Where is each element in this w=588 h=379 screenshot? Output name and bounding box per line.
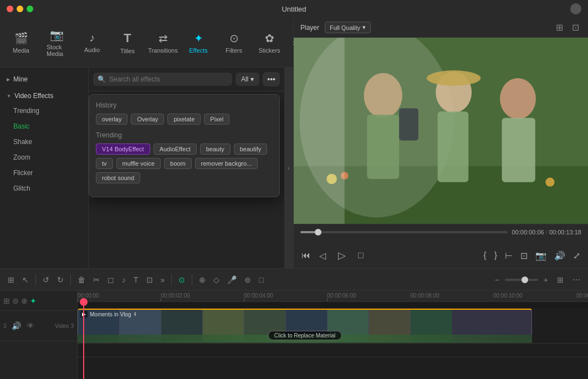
traffic-lights bbox=[7, 6, 33, 12]
zoom-out-icon[interactable]: − bbox=[492, 273, 503, 286]
maximize-button[interactable] bbox=[27, 6, 33, 12]
sidebar-item-basic[interactable]: Basic bbox=[0, 119, 88, 134]
titles-label: Titles bbox=[120, 48, 135, 54]
add-audio-track-icon[interactable]: ⊜ bbox=[12, 296, 19, 305]
close-button[interactable] bbox=[7, 6, 13, 12]
search-input-wrap[interactable]: 🔍 bbox=[93, 73, 232, 86]
search-input[interactable] bbox=[109, 75, 228, 83]
tl-redo-icon[interactable]: ↻ bbox=[54, 273, 67, 286]
tl-text-icon[interactable]: T bbox=[130, 273, 142, 286]
trending-tag-audioeffect[interactable]: AudioEffect bbox=[154, 144, 197, 155]
sidebar-item-glitch[interactable]: Glitch bbox=[0, 181, 88, 196]
layout-grid-icon[interactable]: ⊞ bbox=[554, 273, 567, 286]
toolbar-item-audio[interactable]: ♪ Audio bbox=[75, 27, 109, 58]
history-tag-pixel[interactable]: Pixel bbox=[204, 114, 229, 125]
trending-tag-beautify[interactable]: beautify bbox=[234, 144, 268, 155]
playhead-head bbox=[80, 298, 88, 306]
toolbar-item-transitions[interactable]: ⇄ Transitions bbox=[146, 27, 180, 58]
trending-tag-tv[interactable]: tv bbox=[96, 158, 113, 169]
titles-icon: T bbox=[124, 31, 131, 45]
trending-tag-remover-bg[interactable]: remover backgro... bbox=[195, 158, 258, 169]
toolbar-item-effects[interactable]: ✦ Effects bbox=[182, 27, 215, 58]
svg-point-8 bbox=[500, 78, 536, 119]
more-options-button[interactable]: ••• bbox=[263, 72, 280, 86]
clip-title: Moments in Vlog bbox=[90, 311, 131, 317]
tl-more-icon[interactable]: » bbox=[157, 273, 168, 286]
profile-icon[interactable] bbox=[570, 3, 581, 14]
player-header-right: ⊞ ⊡ bbox=[554, 21, 581, 34]
filters-icon: ⊙ bbox=[229, 32, 239, 45]
add-video-track-icon[interactable]: ⊞ bbox=[3, 296, 10, 305]
add-effect-track-icon[interactable]: ⊕ bbox=[21, 296, 28, 305]
toolbar-item-stickers[interactable]: ✿ Stickers bbox=[253, 27, 286, 58]
effects-list-area: 🔍 All ▾ ••• History overlay Overlay bbox=[89, 68, 284, 268]
player-controls: 00:00:00:06 / 00:00:13:18 ⏮ ◁ ▷ □ { } ⊢ … bbox=[294, 224, 588, 268]
progress-bar[interactable] bbox=[300, 231, 508, 233]
screen-icon[interactable]: ⊡ bbox=[519, 249, 529, 262]
toolbar-item-stock-media[interactable]: 📷 Stock Media bbox=[40, 24, 73, 62]
trending-tag-beauty[interactable]: beauty bbox=[200, 144, 231, 155]
sidebar-group-mine-header[interactable]: ▶ Mine bbox=[0, 72, 88, 86]
tl-shield-icon[interactable]: ◇ bbox=[210, 273, 223, 286]
mark-in-icon[interactable]: { bbox=[482, 249, 487, 262]
playhead[interactable] bbox=[83, 302, 84, 379]
trending-tag-v14bodyeffect[interactable]: V14 BodyEffect bbox=[96, 144, 150, 155]
progress-bar-wrap: 00:00:00:06 / 00:00:13:18 bbox=[300, 229, 581, 235]
quality-selector[interactable]: Full Quality ▾ bbox=[325, 22, 371, 33]
svg-point-6 bbox=[427, 70, 480, 86]
track-volume-icon[interactable]: 🔊 bbox=[10, 320, 23, 331]
zoom-slider[interactable] bbox=[505, 279, 538, 281]
tl-undo-icon[interactable]: ↺ bbox=[39, 273, 53, 286]
zoom-controls: − + ⊞ ⋯ bbox=[492, 273, 584, 286]
split-icon[interactable]: ⊢ bbox=[504, 249, 514, 262]
tl-cut-icon[interactable]: ✂ bbox=[90, 273, 103, 286]
add-main-track-icon[interactable]: ✦ bbox=[30, 296, 37, 305]
tl-magnet-icon[interactable]: ⊕ bbox=[196, 273, 209, 286]
history-tag-overlay1[interactable]: overlay bbox=[96, 114, 127, 125]
tl-ratio-icon[interactable]: ⊡ bbox=[143, 273, 156, 286]
track-eye-icon[interactable]: 👁 bbox=[25, 320, 36, 331]
trending-tag-robot-sound[interactable]: robot sound bbox=[96, 172, 140, 183]
history-tag-overlay2[interactable]: Overlay bbox=[131, 114, 164, 125]
ruler-mark-12: 00:00:12:00 bbox=[576, 293, 588, 299]
stickers-icon: ✿ bbox=[265, 32, 274, 45]
toolbar-item-titles[interactable]: T Titles bbox=[111, 27, 144, 59]
tl-active-tool-icon[interactable]: ⊙ bbox=[175, 273, 188, 286]
stock-media-label: Stock Media bbox=[47, 44, 67, 57]
tl-audio-icon[interactable]: ♪ bbox=[119, 273, 129, 286]
sidebar-item-trending[interactable]: Trending bbox=[0, 103, 88, 119]
tl-mic-icon[interactable]: 🎤 bbox=[224, 273, 240, 286]
grid-view-icon[interactable]: ⊞ bbox=[554, 21, 565, 34]
sidebar-item-zoom[interactable]: Zoom bbox=[0, 150, 88, 165]
fullscreen-icon[interactable]: ⊡ bbox=[570, 21, 581, 34]
mark-out-icon[interactable]: } bbox=[493, 249, 498, 262]
sidebar-item-flicker[interactable]: Flicker bbox=[0, 165, 88, 181]
tl-settings-icon[interactable]: ⋯ bbox=[569, 273, 584, 286]
trending-tag-muffle-voice[interactable]: muffle voice bbox=[116, 158, 161, 169]
sidebar-group-video-effects-header[interactable]: ▼ Video Effects bbox=[0, 89, 88, 103]
tl-crop-icon[interactable]: ◻ bbox=[104, 273, 117, 286]
volume-icon[interactable]: 🔊 bbox=[553, 249, 566, 262]
skip-back-icon[interactable]: ⏮ bbox=[300, 249, 311, 262]
minimize-button[interactable] bbox=[17, 6, 23, 12]
snapshot-icon[interactable]: 📷 bbox=[534, 249, 548, 262]
filter-button[interactable]: All ▾ bbox=[236, 73, 259, 86]
play-button[interactable]: ▷ bbox=[334, 247, 350, 264]
replace-material-button[interactable]: Click to Replace Material bbox=[268, 331, 342, 340]
sidebar-item-shake[interactable]: Shake bbox=[0, 134, 88, 150]
frame-back-icon[interactable]: ◁ bbox=[318, 249, 327, 262]
history-tag-pixelate[interactable]: pixelate bbox=[167, 114, 201, 125]
tl-captions-icon[interactable]: ⊜ bbox=[241, 273, 254, 286]
tl-caption2-icon[interactable]: □ bbox=[255, 273, 267, 286]
frame-forward-icon[interactable]: □ bbox=[357, 249, 365, 262]
zoom-in-icon[interactable]: + bbox=[540, 273, 551, 286]
panel-collapse-button[interactable]: ‹ bbox=[284, 68, 293, 268]
toolbar-item-filters[interactable]: ⊙ Filters bbox=[217, 27, 250, 58]
tl-delete-icon[interactable]: 🗑 bbox=[74, 273, 89, 286]
tl-select-icon[interactable]: ↖ bbox=[19, 273, 32, 286]
trending-tag-boom[interactable]: boom bbox=[164, 158, 192, 169]
tl-split-view-icon[interactable]: ⊞ bbox=[4, 273, 18, 286]
window-title: Untitled bbox=[282, 5, 306, 13]
fullscreen-btn[interactable]: ⤢ bbox=[572, 249, 581, 262]
toolbar-item-media[interactable]: 🎬 Media bbox=[4, 27, 38, 58]
